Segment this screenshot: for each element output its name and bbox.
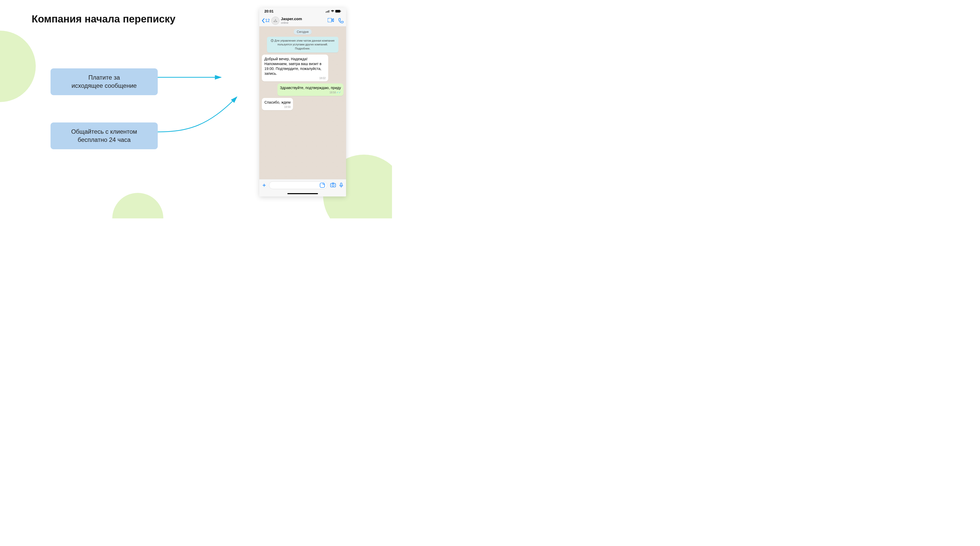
contact-name: Jasper.com xyxy=(281,17,326,21)
attach-button[interactable]: + xyxy=(262,182,266,189)
svg-rect-11 xyxy=(340,183,342,186)
svg-rect-3 xyxy=(328,11,328,13)
callout-free-24h: Общайтесь с клиентом бесплатно 24 часа xyxy=(51,122,158,149)
callout-line: исходящее сообщение xyxy=(58,82,150,90)
avatar[interactable] xyxy=(271,17,280,25)
svg-rect-7 xyxy=(328,18,332,22)
svg-rect-2 xyxy=(327,11,327,13)
input-bar: + xyxy=(259,179,346,191)
signal-icon xyxy=(326,10,330,13)
message-time: 18:59 xyxy=(264,105,290,109)
arrow-icon xyxy=(158,95,239,138)
chat-header: 12 Jasper.com online xyxy=(259,15,346,27)
callout-outgoing-paid: Платите за исходящее сообщение xyxy=(51,68,158,95)
message-input[interactable] xyxy=(269,181,327,189)
contact-status: online xyxy=(281,21,326,24)
callout-line: Платите за xyxy=(58,73,150,82)
decorative-circle xyxy=(112,193,163,218)
phone-mockup: 20:01 12 Jasper.com online Сегодня ⓘ Для… xyxy=(259,8,346,197)
page-title: Компания начала переписку xyxy=(32,13,176,25)
svg-rect-9 xyxy=(331,183,336,187)
system-notice[interactable]: ⓘ Для управления этим чатом данная компа… xyxy=(267,37,339,52)
arrow-icon xyxy=(158,75,224,83)
svg-rect-1 xyxy=(326,12,326,13)
message-time: 18:02 xyxy=(264,76,326,80)
message-incoming[interactable]: Добрый вечер, Надежда! Напоминаем, завтр… xyxy=(262,55,328,81)
phone-call-icon[interactable] xyxy=(339,18,344,23)
back-button[interactable]: 12 xyxy=(262,18,270,23)
decorative-circle xyxy=(0,31,36,102)
sticker-icon[interactable] xyxy=(320,183,325,188)
status-icons xyxy=(326,10,341,13)
mic-icon[interactable] xyxy=(339,183,343,188)
home-indicator[interactable] xyxy=(259,191,346,197)
message-outgoing[interactable]: Здравствуйте, подтверждаю, приду 18:58 ✓… xyxy=(277,83,344,96)
message-incoming[interactable]: Спасибо, ждем 18:59 xyxy=(262,98,293,110)
chevron-left-icon xyxy=(262,18,265,23)
svg-rect-6 xyxy=(340,11,341,12)
message-text: Здравствуйте, подтверждаю, приду xyxy=(280,86,341,90)
system-notice-text: Для управления этим чатом данная компани… xyxy=(275,39,334,50)
wifi-icon xyxy=(331,10,334,13)
callout-line: Общайтесь с клиентом xyxy=(58,128,150,136)
svg-rect-5 xyxy=(335,10,340,13)
contact-info[interactable]: Jasper.com online xyxy=(281,17,326,24)
video-call-icon[interactable] xyxy=(328,18,334,22)
message-text: Добрый вечер, Надежда! Напоминаем, завтр… xyxy=(264,57,326,76)
message-time: 18:58 ✓✓ xyxy=(280,90,341,94)
camera-icon[interactable] xyxy=(330,183,336,187)
callout-line: бесплатно 24 часа xyxy=(58,136,150,144)
status-bar: 20:01 xyxy=(259,8,346,15)
status-time: 20:01 xyxy=(264,9,274,13)
hanger-icon xyxy=(273,19,278,22)
svg-rect-4 xyxy=(329,10,329,13)
message-text: Спасибо, ждем xyxy=(264,100,290,105)
battery-icon xyxy=(335,10,341,13)
read-checks-icon: ✓✓ xyxy=(336,90,341,94)
info-icon: ⓘ xyxy=(271,39,274,42)
svg-point-10 xyxy=(332,184,334,186)
back-count: 12 xyxy=(265,18,270,23)
chat-body[interactable]: Сегодня ⓘ Для управления этим чатом данн… xyxy=(259,27,346,179)
date-pill: Сегодня xyxy=(294,29,312,35)
svg-rect-8 xyxy=(320,183,325,187)
